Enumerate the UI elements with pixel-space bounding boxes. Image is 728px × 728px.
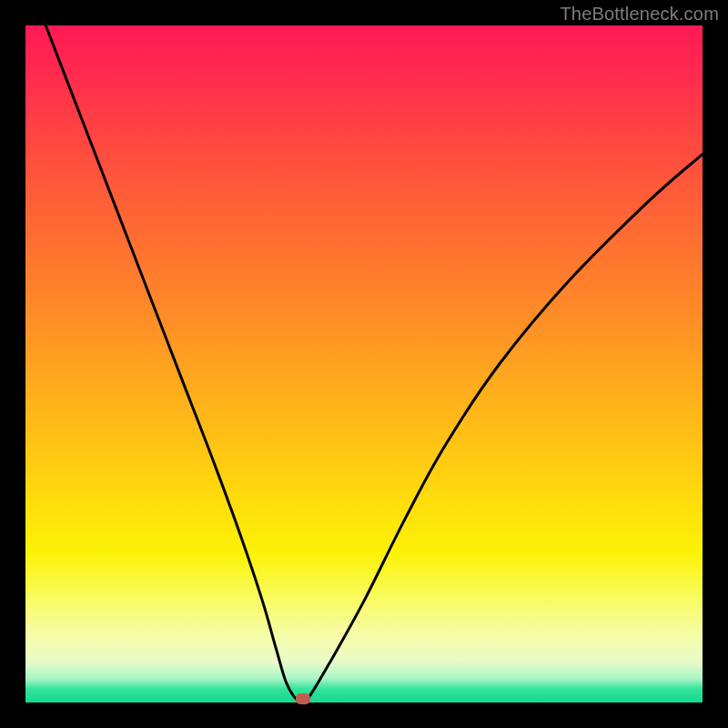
chart-frame: TheBottleneck.com — [0, 0, 728, 728]
bottleneck-curve — [25, 25, 703, 703]
plot-area — [25, 25, 703, 703]
watermark-text: TheBottleneck.com — [560, 4, 719, 25]
minimum-marker — [296, 693, 310, 704]
